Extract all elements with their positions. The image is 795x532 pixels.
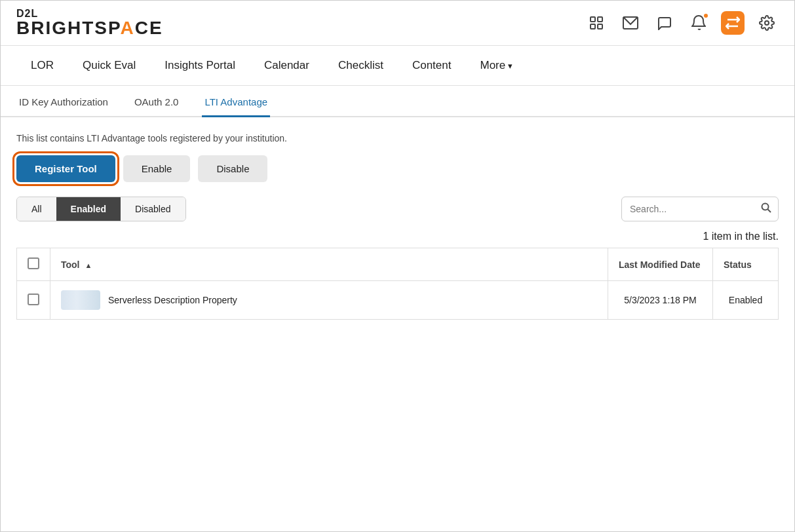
notification-dot	[703, 12, 709, 19]
tab-idkey[interactable]: ID Key Authorization	[16, 86, 111, 117]
grid-icon[interactable]	[585, 11, 608, 35]
sort-arrow-icon: ▲	[85, 261, 92, 269]
nav-item-calendar[interactable]: Calendar	[250, 46, 324, 85]
nav-item-more[interactable]: More ▾	[465, 46, 527, 85]
filter-search-row: All Enabled Disabled	[16, 197, 779, 221]
filter-enabled[interactable]: Enabled	[56, 197, 121, 221]
search-button[interactable]	[754, 197, 778, 221]
chevron-down-icon: ▾	[508, 61, 513, 71]
bell-icon[interactable]	[687, 11, 710, 35]
filter-all[interactable]: All	[17, 197, 56, 221]
svg-rect-2	[591, 24, 595, 29]
row-checkbox[interactable]	[28, 294, 39, 305]
settings-icon[interactable]	[755, 11, 779, 35]
filter-disabled[interactable]: Disabled	[121, 197, 185, 221]
row-checkbox-cell	[17, 281, 50, 320]
tool-thumbnail-image	[61, 290, 100, 310]
row-tool-cell: Serverless Description Property	[50, 281, 608, 320]
svg-point-8	[762, 204, 769, 210]
table-header-tool[interactable]: Tool ▲	[50, 248, 608, 281]
mail-icon[interactable]	[619, 11, 642, 35]
search-box	[621, 197, 779, 221]
tool-name: Serverless Description Property	[108, 295, 237, 305]
app-screen: D2L BRIGHTSPACE	[0, 0, 795, 532]
action-buttons: Register Tool Enable Disable	[16, 155, 779, 182]
nav-item-quickeval[interactable]: Quick Eval	[68, 46, 150, 85]
row-status-cell: Enabled	[713, 281, 779, 320]
nav-item-insightsportal[interactable]: Insights Portal	[150, 46, 250, 85]
svg-rect-0	[591, 17, 595, 22]
row-date-cell: 5/3/2023 1:18 PM	[608, 281, 713, 320]
tab-ltiadvantage[interactable]: LTI Advantage	[202, 86, 270, 117]
nav-item-checklist[interactable]: Checklist	[324, 46, 398, 85]
swap-icon[interactable]	[721, 11, 745, 35]
chat-icon[interactable]	[653, 11, 676, 35]
nav-item-content[interactable]: Content	[398, 46, 466, 85]
tool-info: Serverless Description Property	[61, 290, 597, 310]
table-row: Serverless Description Property 5/3/2023…	[17, 281, 779, 320]
disable-button[interactable]: Disable	[198, 155, 267, 182]
logo-brightspace: BRIGHTSPACE	[16, 19, 163, 37]
svg-rect-3	[598, 24, 602, 29]
svg-point-7	[765, 21, 769, 25]
data-table: Tool ▲ Last Modified Date Status	[16, 248, 779, 320]
header-icons	[585, 11, 779, 35]
enable-button[interactable]: Enable	[123, 155, 191, 182]
filter-tabs: All Enabled Disabled	[16, 197, 186, 221]
content-area: This list contains LTI Advantage tools r…	[1, 117, 794, 531]
header-checkbox[interactable]	[28, 257, 39, 269]
table-header-status[interactable]: Status	[713, 248, 779, 281]
svg-rect-1	[598, 17, 602, 22]
description-text: This list contains LTI Advantage tools r…	[16, 133, 779, 143]
header: D2L BRIGHTSPACE	[1, 1, 794, 46]
svg-line-9	[768, 210, 771, 213]
search-input[interactable]	[622, 198, 754, 220]
nav-bar: LOR Quick Eval Insights Portal Calendar …	[1, 46, 794, 86]
item-count: 1 item in the list.	[16, 231, 779, 242]
logo: D2L BRIGHTSPACE	[16, 9, 163, 37]
tab-oauth[interactable]: OAuth 2.0	[132, 86, 182, 117]
nav-item-lor[interactable]: LOR	[16, 46, 68, 85]
register-tool-button[interactable]: Register Tool	[16, 155, 115, 182]
tabs-bar: ID Key Authorization OAuth 2.0 LTI Advan…	[1, 86, 794, 117]
table-header-date[interactable]: Last Modified Date	[608, 248, 713, 281]
table-header-checkbox	[17, 248, 50, 281]
